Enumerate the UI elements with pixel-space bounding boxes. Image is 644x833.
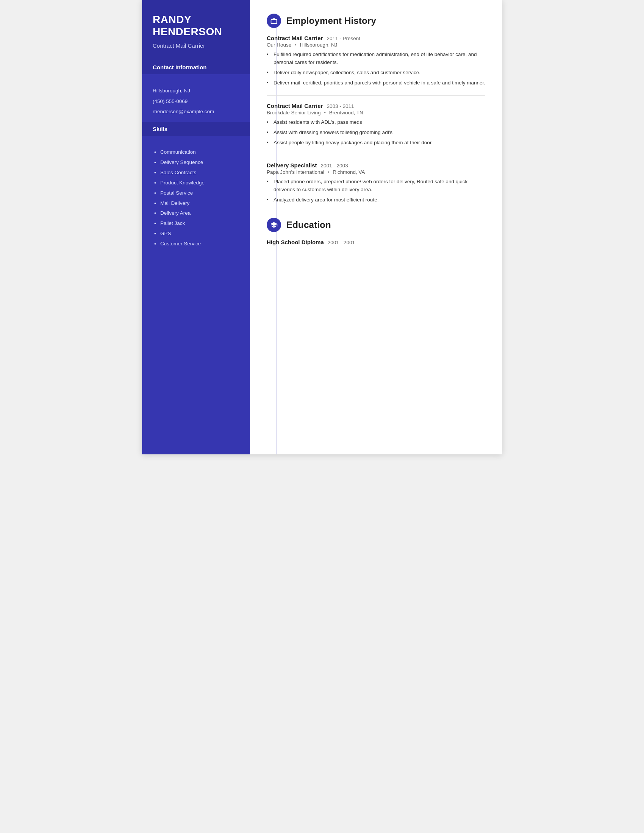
job-title: Contract Mail Carrier (267, 35, 323, 41)
skill-item: GPS (154, 230, 240, 237)
job-divider (267, 95, 485, 96)
main-content: Employment History Contract Mail Carrier… (250, 0, 502, 454)
job-bullets: Fulfilled required certifications for me… (267, 51, 485, 87)
job-title-row: Contract Mail Carrier 2003 - 2011 (267, 103, 485, 109)
education-section: Education High School Diploma 2001 - 200… (267, 218, 485, 245)
contact-phone: (450) 555-0069 (153, 98, 240, 105)
contact-section-header: Contact Information (142, 60, 250, 74)
contact-email: rhenderson@example.com (153, 108, 240, 116)
job-bullet: Assist residents with ADL's, pass meds (267, 119, 485, 127)
job-bullet: Deliver daily newspaper, collections, sa… (267, 69, 485, 77)
skill-item: Sales Contracts (154, 169, 240, 177)
separator: • (328, 169, 330, 175)
separator: • (324, 110, 326, 116)
skills-section: CommunicationDelivery SequenceSales Cont… (142, 141, 250, 254)
contact-section: Hillsborough, NJ (450) 555-0069 rhenders… (142, 79, 250, 122)
employment-section-title: Employment History (287, 16, 376, 26)
job-dates: 2011 - Present (327, 35, 360, 41)
employment-header-row: Employment History (267, 14, 485, 28)
job-dates: 2003 - 2011 (327, 103, 354, 109)
job-title: Contract Mail Carrier (267, 103, 323, 109)
job-bullet: Assist people by lifting heavy packages … (267, 139, 485, 147)
job-bullet: Assist with dressing showers toileting g… (267, 129, 485, 137)
skill-item: Communication (154, 149, 240, 156)
job-company: Brookdale Senior Living (267, 110, 321, 116)
briefcase-icon (270, 17, 278, 25)
employment-icon (267, 14, 281, 28)
graduation-cap-icon (270, 221, 278, 229)
job-company-row: Papa John's International • Richmond, VA (267, 169, 485, 175)
job-divider (267, 155, 485, 155)
education-section-title: Education (287, 220, 331, 230)
job-title-row: Delivery Specialist 2001 - 2003 (267, 162, 485, 169)
job-bullet: Deliver mail, certified, priorities and … (267, 79, 485, 87)
job-bullets: Assist residents with ADL's, pass medsAs… (267, 119, 485, 147)
education-header-row: Education (267, 218, 485, 232)
job-bullet: Fulfilled required certifications for me… (267, 51, 485, 67)
job-dates: 2001 - 2003 (321, 163, 348, 169)
job-title-row: Contract Mail Carrier 2011 - Present (267, 35, 485, 41)
skills-section-header: Skills (142, 122, 250, 136)
contact-location: Hillsborough, NJ (153, 87, 240, 95)
job-company-row: Brookdale Senior Living • Brentwood, TN (267, 110, 485, 116)
sidebar-header: RANDY HENDERSON Contract Mail Carrier (142, 0, 250, 60)
employment-section: Employment History Contract Mail Carrier… (267, 14, 485, 204)
education-icon (267, 218, 281, 232)
job-location: Richmond, VA (333, 169, 365, 175)
edu-container: High School Diploma 2001 - 2001 (267, 239, 485, 245)
separator: • (295, 42, 296, 48)
job-company: Our House (267, 42, 291, 48)
job-company: Papa John's International (267, 169, 324, 175)
job-company-row: Our House • Hillsborough, NJ (267, 42, 485, 48)
candidate-title: Contract Mail Carrier (153, 42, 240, 50)
job-entry: Contract Mail Carrier 2003 - 2011 Brookd… (267, 103, 485, 147)
edu-degree: High School Diploma (267, 239, 324, 245)
skill-item: Product Knowledge (154, 180, 240, 187)
edu-title-row: High School Diploma 2001 - 2001 (267, 239, 485, 245)
sidebar: RANDY HENDERSON Contract Mail Carrier Co… (142, 0, 250, 454)
job-entry: Delivery Specialist 2001 - 2003 Papa Joh… (267, 162, 485, 204)
resume-container: RANDY HENDERSON Contract Mail Carrier Co… (142, 0, 502, 454)
skill-item: Customer Service (154, 240, 240, 248)
candidate-name: RANDY HENDERSON (153, 14, 240, 38)
job-title: Delivery Specialist (267, 162, 317, 169)
skill-item: Pallet Jack (154, 220, 240, 227)
skill-item: Mail Delivery (154, 200, 240, 207)
skills-list: CommunicationDelivery SequenceSales Cont… (153, 149, 240, 248)
edu-dates: 2001 - 2001 (328, 240, 355, 245)
skill-item: Postal Service (154, 190, 240, 197)
skill-item: Delivery Area (154, 210, 240, 217)
job-entry: Contract Mail Carrier 2011 - Present Our… (267, 35, 485, 87)
job-bullet: Placed phone orders, prepared phone/ web… (267, 178, 485, 194)
skill-item: Delivery Sequence (154, 159, 240, 166)
job-location: Brentwood, TN (329, 110, 363, 116)
jobs-container: Contract Mail Carrier 2011 - Present Our… (267, 35, 485, 204)
job-bullets: Placed phone orders, prepared phone/ web… (267, 178, 485, 204)
job-location: Hillsborough, NJ (300, 42, 338, 48)
edu-entry: High School Diploma 2001 - 2001 (267, 239, 485, 245)
job-bullet: Analyzed delivery area for most efficien… (267, 196, 485, 204)
